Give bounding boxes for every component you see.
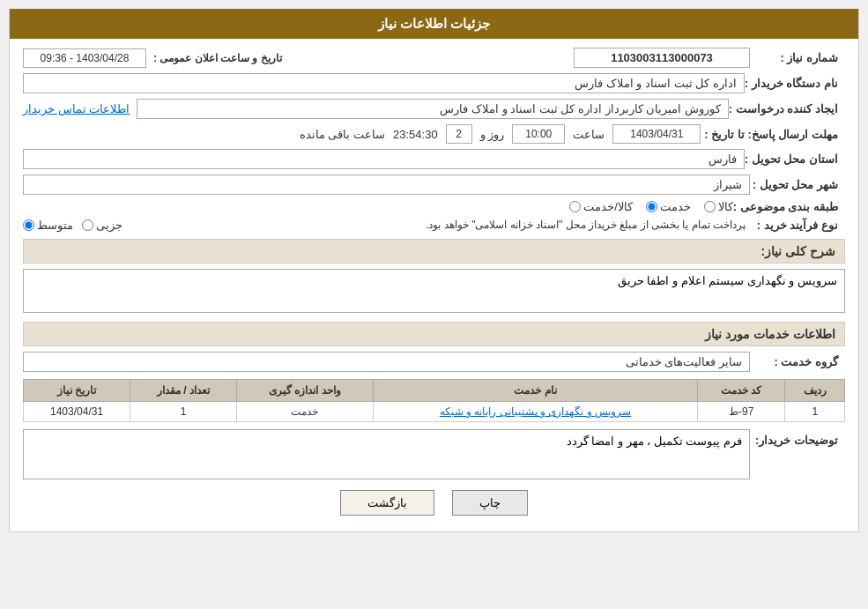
category-kala-khedmat-radio[interactable] [569,201,581,212]
category-kala-khedmat-label: کالا/خدمت [583,200,633,213]
buyer-notes-textarea[interactable]: فرم پیوست تکمیل ، مهر و امضا گردد [23,429,750,479]
col-code: کد خدمت [698,380,785,402]
process-motevasset[interactable]: متوسط [23,219,73,232]
remaining-days-label: روز و [476,128,509,141]
description-header: شرح کلی نیاز: [23,239,845,264]
process-jozii[interactable]: جزیی [82,219,122,232]
process-radio-group: جزیی متوسط [23,219,122,232]
process-type-label: نوع فرآیند خرید : [750,219,838,232]
col-quantity: تعداد / مقدار [130,380,237,402]
footer-buttons: چاپ بازگشت [23,490,845,516]
row-quantity: 1 [130,402,237,422]
buyer-org-value: اداره کل ثبت اسناد و املاک فارس [23,73,745,93]
city-label: شهر محل تحویل : [750,178,838,191]
row-service-name: سرویس و نگهداری و پشتیبانی رایانه و شبکه [373,402,697,422]
response-time-value: 10:00 [512,124,565,144]
requester-label: ایجاد کننده درخواست : [729,102,838,115]
remaining-days-value: 2 [446,124,472,144]
category-khedmat-label: خدمت [660,200,691,213]
category-kala[interactable]: کالا [704,200,733,213]
category-label: طبقه بندی موضوعی : [733,200,838,213]
table-row: 1 97-ط سرویس و نگهداری و پشتیبانی رایانه… [24,402,845,422]
services-table: ردیف کد خدمت نام خدمت واحد اندازه گیری ت… [23,379,845,422]
announcement-label: تاریخ و ساعت اعلان عمومی : [153,52,282,64]
service-group-label: گروه خدمت : [750,355,838,368]
services-table-section: ردیف کد خدمت نام خدمت واحد اندازه گیری ت… [23,379,845,422]
back-button[interactable]: بازگشت [340,490,434,516]
province-value: فارس [23,149,745,169]
col-row: ردیف [785,380,845,402]
row-code: 97-ط [698,402,785,422]
description-textarea[interactable]: سرویس و نگهداری سیستم اعلام و اطفا حریق [23,269,845,313]
province-label: استان محل تحویل : [745,152,838,166]
process-motevasset-radio[interactable] [23,219,34,231]
process-desc: پرداخت تمام یا بخشی از مبلغ خریداز محل "… [122,219,750,231]
buyer-org-label: نام دستگاه خریدار : [745,77,838,90]
row-unit: خدمت [237,402,374,422]
response-time-label: ساعت [568,128,609,141]
col-unit: واحد اندازه گیری [237,380,374,402]
announcement-value: 1403/04/28 - 09:36 [23,48,146,68]
need-number-value: 1103003113000073 [574,48,750,68]
buyer-notes-label: توضیحات خریدار: [750,434,838,447]
process-jozii-label: جزیی [96,219,122,232]
col-name: نام خدمت [373,380,697,402]
category-kala-label: کالا [718,200,733,213]
col-date: تاریخ نیاز [24,380,130,402]
city-value: شیراز [23,175,750,195]
print-button[interactable]: چاپ [452,490,528,516]
need-number-label: شماره نیاز : [750,51,838,64]
category-kala-khedmat[interactable]: کالا/خدمت [569,200,633,213]
category-kala-radio[interactable] [704,201,716,212]
remaining-time-value: 23:54:30 [389,128,442,141]
row-date: 1403/04/31 [24,402,130,422]
remaining-suffix: ساعت باقی مانده [300,128,385,141]
category-radio-group: کالا خدمت کالا/خدمت [569,200,733,213]
response-deadline-label: مهلت ارسال پاسخ: تا تاریخ : [704,128,838,141]
response-date-value: 1403/04/31 [612,124,701,144]
contact-link[interactable]: اطلاعات تماس خریدار [23,102,130,115]
requester-value: کوروش امیریان کاربرداز اداره کل ثبت اسنا… [137,99,729,119]
services-header: اطلاعات خدمات مورد نیاز [23,322,845,346]
process-jozii-radio[interactable] [82,219,93,231]
page-title: جزئیات اطلاعات نیاز [10,9,858,39]
row-number: 1 [785,402,845,422]
category-khedmat[interactable]: خدمت [646,200,691,213]
process-motevasset-label: متوسط [37,219,73,232]
category-khedmat-radio[interactable] [646,201,657,212]
service-group-value: سایر فعالیت‌های خدماتی [23,352,750,372]
